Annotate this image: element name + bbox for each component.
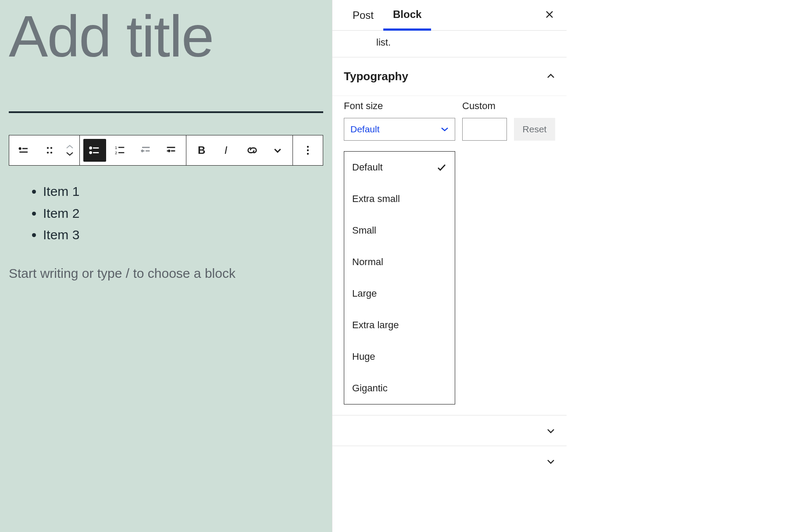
svg-text:2: 2 bbox=[115, 151, 117, 155]
sidebar-overflow-region bbox=[567, 0, 799, 532]
option-label: Huge bbox=[352, 351, 375, 362]
chevron-up-icon bbox=[546, 71, 555, 82]
option-label: Normal bbox=[352, 256, 383, 268]
svg-point-21 bbox=[307, 146, 309, 148]
font-size-dropdown: Default Extra small Small Normal Large E… bbox=[344, 151, 455, 404]
typography-panel-body: Font size Default Custom Reset Default E… bbox=[332, 96, 567, 415]
typography-panel-header[interactable]: Typography bbox=[332, 57, 567, 96]
font-size-select[interactable]: Default bbox=[344, 118, 455, 141]
font-size-option-small[interactable]: Small bbox=[344, 215, 455, 246]
toolbar-group-inline: B I bbox=[186, 135, 293, 165]
svg-point-22 bbox=[307, 149, 309, 151]
font-size-label: Font size bbox=[344, 100, 455, 112]
font-size-option-extra-small[interactable]: Extra small bbox=[344, 183, 455, 215]
list-item[interactable]: Item 1 bbox=[43, 181, 323, 202]
svg-text:I: I bbox=[225, 144, 228, 156]
indent-button[interactable] bbox=[160, 139, 182, 162]
post-title-input[interactable]: Add title bbox=[9, 3, 323, 70]
svg-point-4 bbox=[50, 147, 52, 149]
collapsed-panel-2[interactable] bbox=[332, 446, 567, 476]
option-label: Default bbox=[352, 162, 383, 173]
block-description: list. bbox=[332, 31, 567, 57]
bold-button[interactable]: B bbox=[190, 139, 213, 162]
svg-point-9 bbox=[90, 152, 92, 153]
custom-size-label: Custom bbox=[462, 100, 507, 112]
svg-point-6 bbox=[50, 152, 52, 153]
toolbar-group-list: 1 2 bbox=[80, 135, 186, 165]
option-label: Extra large bbox=[352, 319, 399, 331]
font-size-option-normal[interactable]: Normal bbox=[344, 246, 455, 278]
font-size-option-gigantic[interactable]: Gigantic bbox=[344, 372, 455, 404]
editor-canvas: Add title bbox=[0, 0, 332, 532]
option-label: Small bbox=[352, 225, 376, 236]
svg-point-23 bbox=[307, 153, 309, 155]
svg-point-3 bbox=[47, 147, 49, 149]
more-options-button[interactable] bbox=[296, 139, 319, 162]
font-size-option-default[interactable]: Default bbox=[344, 152, 455, 183]
tab-post[interactable]: Post bbox=[343, 0, 383, 30]
chevron-down-icon bbox=[546, 428, 555, 434]
typography-heading: Typography bbox=[344, 70, 408, 83]
svg-text:1: 1 bbox=[115, 145, 117, 150]
block-toolbar: 1 2 B bbox=[9, 135, 323, 166]
svg-text:B: B bbox=[198, 144, 205, 156]
more-inline-button[interactable] bbox=[266, 139, 289, 162]
block-type-button[interactable] bbox=[13, 139, 36, 162]
close-icon bbox=[545, 10, 554, 19]
option-label: Gigantic bbox=[352, 383, 388, 394]
italic-button[interactable]: I bbox=[215, 139, 238, 162]
numbered-list-button[interactable]: 1 2 bbox=[109, 139, 132, 162]
close-sidebar-button[interactable] bbox=[543, 8, 556, 22]
toolbar-group-block bbox=[9, 135, 80, 165]
block-appender[interactable]: Start writing or type / to choose a bloc… bbox=[9, 266, 323, 281]
block-mover[interactable] bbox=[64, 144, 76, 156]
list-item[interactable]: Item 3 bbox=[43, 224, 323, 246]
settings-sidebar: Post Block list. Typography Font size De… bbox=[332, 0, 567, 532]
font-size-option-large[interactable]: Large bbox=[344, 278, 455, 309]
list-block[interactable]: Item 1 Item 2 Item 3 bbox=[43, 181, 323, 246]
font-size-option-huge[interactable]: Huge bbox=[344, 341, 455, 372]
svg-point-5 bbox=[47, 152, 49, 153]
chevron-down-icon[interactable] bbox=[66, 151, 74, 156]
svg-point-7 bbox=[90, 147, 92, 149]
check-icon bbox=[436, 163, 447, 172]
option-label: Extra small bbox=[352, 193, 400, 205]
list-item[interactable]: Item 2 bbox=[43, 202, 323, 224]
drag-handle[interactable] bbox=[38, 139, 61, 162]
custom-size-input[interactable] bbox=[462, 118, 507, 141]
chevron-down-icon bbox=[441, 127, 449, 132]
reset-button[interactable]: Reset bbox=[514, 118, 555, 141]
font-size-selected: Default bbox=[350, 124, 380, 135]
chevron-down-icon bbox=[546, 458, 555, 465]
bulleted-list-button[interactable] bbox=[83, 139, 106, 162]
font-size-option-extra-large[interactable]: Extra large bbox=[344, 309, 455, 341]
sidebar-tabs: Post Block bbox=[332, 0, 567, 31]
collapsed-panel-1[interactable] bbox=[332, 415, 567, 446]
tab-block[interactable]: Block bbox=[383, 0, 431, 31]
link-button[interactable] bbox=[241, 139, 264, 162]
option-label: Large bbox=[352, 288, 377, 299]
outdent-button[interactable] bbox=[134, 139, 157, 162]
toolbar-group-more bbox=[293, 135, 323, 165]
chevron-up-icon[interactable] bbox=[66, 144, 74, 149]
svg-point-0 bbox=[19, 148, 21, 149]
separator-block[interactable] bbox=[9, 111, 323, 113]
